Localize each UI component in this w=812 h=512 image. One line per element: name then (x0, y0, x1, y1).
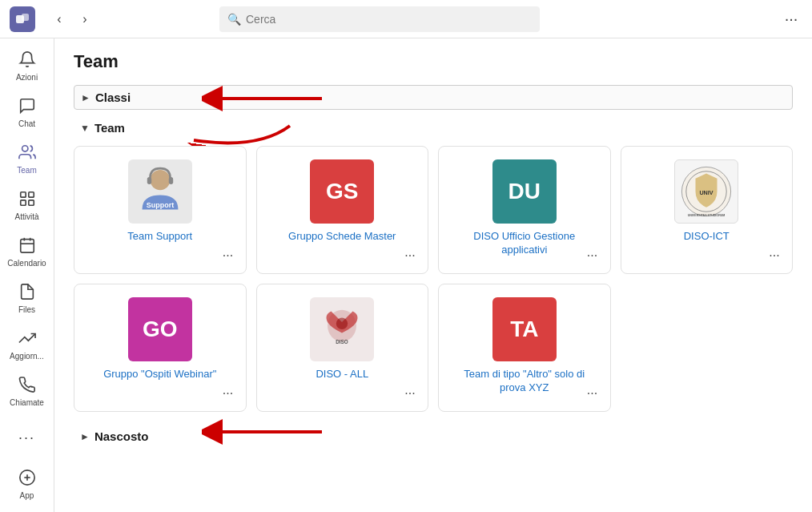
top-bar: ‹ › 🔍 ··· (0, 0, 812, 38)
avatar-gruppo-schede: GS (310, 159, 374, 224)
svg-text:UNIV: UNIV (700, 189, 714, 196)
card-diso-ict[interactable]: UNIV UNIVERSITAS STUDIORUM DISO-ICT ··· (621, 146, 794, 274)
card-more-diso-ufficio[interactable]: ··· (583, 246, 602, 265)
sidebar-label-attivita: Attività (14, 212, 38, 221)
card-more-team-altro[interactable]: ··· (583, 384, 602, 403)
bell-icon (18, 50, 36, 71)
svg-text:Support: Support (147, 201, 175, 209)
avatar-diso-ict: UNIV UNIVERSITAS STUDIORUM (674, 159, 738, 224)
card-more-diso-all[interactable]: ··· (400, 384, 420, 403)
team-section-header[interactable]: ▼ Team (74, 116, 793, 139)
classi-label: Classi (95, 91, 131, 104)
aggiorn-icon (18, 329, 36, 350)
card-name-team-support[interactable]: Team Support (127, 230, 192, 244)
avatar-initials-gs: GS (326, 179, 358, 204)
card-more-gruppo-schede[interactable]: ··· (400, 246, 420, 265)
svg-text:UNIVERSITAS STUDIORUM: UNIVERSITAS STUDIORUM (688, 214, 726, 217)
card-name-diso-ict[interactable]: DISO-ICT (684, 230, 730, 244)
sidebar-label-chat: Chat (18, 119, 35, 128)
content-area: Team ► Classi ▼ Team (54, 38, 812, 512)
sidebar-item-calendario[interactable]: Calendario (5, 231, 50, 274)
nascosto-chevron: ► (80, 431, 90, 442)
avatar-diso-ufficio: DU (492, 159, 557, 224)
sidebar-item-app[interactable]: App (5, 462, 50, 506)
team-section-label: Team (94, 121, 125, 135)
avatar-diso-all: DISO (310, 297, 374, 361)
card-gruppo-schede[interactable]: GS Gruppo Schede Master ··· (256, 146, 429, 274)
classi-section-wrapper: ► Classi (74, 85, 793, 110)
sidebar-label-chiamate: Chiamate (10, 398, 44, 407)
card-name-gruppo-ospiti[interactable]: Gruppo "Ospiti Webinar" (103, 368, 216, 381)
svg-rect-18 (147, 177, 151, 184)
sidebar-item-azioni[interactable]: Azioni (5, 45, 50, 88)
card-diso-ufficio[interactable]: DU DISO Ufficio Gestione applicativi ··· (438, 146, 611, 274)
avatar-initials-ta: TA (510, 316, 538, 342)
svg-rect-5 (20, 200, 25, 205)
avatar-initials-du: DU (509, 179, 541, 204)
team-icon (18, 143, 36, 164)
avatar-initials-go: GO (143, 316, 178, 342)
avatar-team-altro: TA (492, 297, 557, 361)
nascosto-section-wrapper: ► Nascosto (74, 425, 793, 448)
chat-icon (18, 97, 36, 118)
search-input[interactable] (246, 13, 532, 26)
svg-rect-4 (28, 192, 33, 197)
sidebar-item-files[interactable]: Files (5, 277, 50, 321)
more-options-button[interactable]: ··· (780, 8, 802, 30)
sidebar-item-attivita[interactable]: Attività (5, 184, 50, 228)
avatar-gruppo-ospiti: GO (128, 297, 192, 361)
card-more-diso-ict[interactable]: ··· (765, 246, 784, 265)
sidebar-item-aggiorn[interactable]: Aggiorn... (5, 323, 50, 366)
card-more-team-support[interactable]: ··· (219, 246, 238, 265)
svg-point-17 (150, 170, 170, 190)
card-gruppo-ospiti[interactable]: GO Gruppo "Ospiti Webinar" ··· (74, 284, 247, 412)
sidebar-label-azioni: Azioni (16, 73, 38, 82)
team-chevron: ▼ (80, 123, 90, 134)
sidebar-item-more[interactable]: ··· (5, 416, 50, 459)
chiamate-icon (18, 376, 36, 397)
forward-button[interactable]: › (74, 8, 96, 30)
svg-point-26 (336, 318, 348, 329)
avatar-team-support: Support (128, 159, 192, 224)
sidebar: Azioni Chat Team (0, 38, 54, 512)
more-icon: ··· (18, 430, 35, 445)
card-name-gruppo-schede[interactable]: Gruppo Schede Master (288, 230, 396, 244)
card-diso-all[interactable]: DISO DISO - ALL ··· (256, 284, 429, 412)
sidebar-label-app: App (20, 491, 34, 500)
svg-text:DISO: DISO (336, 339, 348, 345)
card-name-diso-ufficio[interactable]: DISO Ufficio Gestione applicativi (452, 230, 597, 257)
card-team-altro[interactable]: TA Team di tipo "Altro" solo di prova XY… (438, 284, 611, 412)
svg-rect-3 (20, 192, 25, 197)
nascosto-label: Nascosto (94, 429, 149, 443)
sidebar-item-chiamate[interactable]: Chiamate (5, 369, 50, 413)
classi-chevron: ► (81, 92, 90, 103)
back-button[interactable]: ‹ (48, 8, 70, 30)
svg-rect-19 (169, 177, 173, 184)
classi-section-header[interactable]: ► Classi (74, 85, 793, 110)
card-name-diso-all[interactable]: DISO - ALL (316, 368, 368, 381)
svg-rect-6 (28, 200, 33, 205)
files-icon (18, 283, 36, 304)
sidebar-label-team: Team (17, 166, 36, 175)
card-name-team-altro[interactable]: Team di tipo "Altro" solo di prova XYZ (452, 368, 597, 395)
attivita-icon (18, 190, 36, 211)
svg-rect-1 (22, 14, 29, 21)
nav-arrows: ‹ › (48, 8, 96, 30)
card-more-gruppo-ospiti[interactable]: ··· (219, 384, 238, 403)
main-layout: Azioni Chat Team (0, 38, 812, 512)
nascosto-section-header[interactable]: ► Nascosto (74, 425, 793, 448)
search-icon: 🔍 (227, 13, 241, 26)
card-team-support[interactable]: Support Team Support ··· (74, 146, 247, 274)
sidebar-label-aggiorn: Aggiorn... (10, 352, 44, 361)
search-bar[interactable]: 🔍 (219, 6, 540, 32)
calendario-icon (18, 236, 36, 257)
sidebar-item-chat[interactable]: Chat (5, 91, 50, 135)
sidebar-label-calendario: Calendario (7, 259, 46, 268)
team-cards-grid: Support Team Support ··· GS Gruppo Sched… (74, 146, 793, 412)
svg-point-2 (22, 146, 27, 151)
page-title: Team (74, 51, 793, 72)
sidebar-item-team[interactable]: Team (5, 138, 50, 181)
app-logo (10, 6, 35, 32)
team-section-wrapper: ▼ Team (74, 116, 793, 412)
sidebar-label-files: Files (18, 305, 35, 314)
